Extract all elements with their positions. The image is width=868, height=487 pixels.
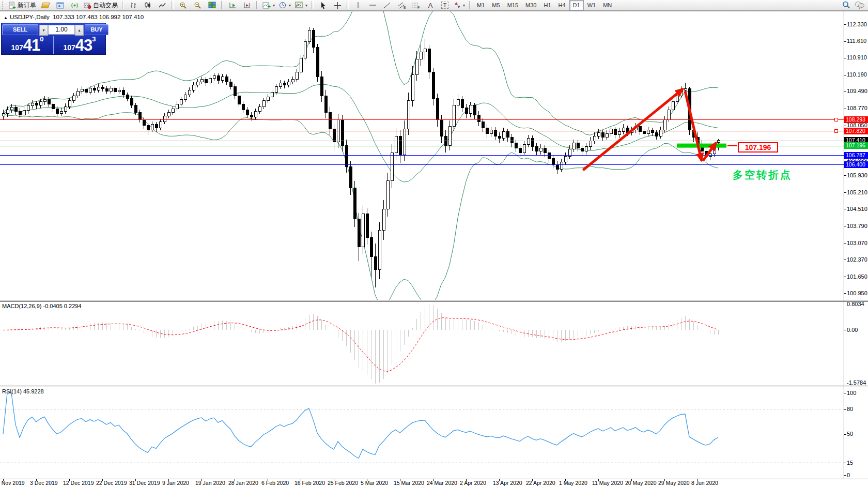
price-badge: 108.293 (844, 116, 868, 123)
macd-signal-line (3, 318, 718, 371)
date-label: 29 May 2020 (658, 480, 690, 486)
price-callout-box[interactable]: 107.196 (738, 142, 778, 153)
date-label: 20 May 2020 (625, 480, 657, 486)
price-tick: 100.950 (847, 290, 867, 297)
rsi-axis-label: 50 (847, 431, 853, 437)
rsi-pane (0, 393, 844, 463)
sell-price-point: 0 (40, 36, 43, 42)
buy-price-pips: 43 (75, 38, 92, 53)
volume-input[interactable] (48, 25, 75, 35)
symbol-title: USDJPY-,Daily (10, 14, 50, 20)
trade-panel-prices: 107 41 0 107 43 3 (2, 35, 105, 55)
rsi-line (3, 393, 718, 458)
rsi-axis-label: 15 (847, 460, 853, 466)
macd-axis-label: 0.00 (847, 327, 858, 333)
date-label: 13 Apr 2020 (493, 480, 522, 486)
price-tick: 104.510 (847, 206, 867, 212)
date-label: 9 Jan 2020 (162, 480, 189, 486)
sell-price[interactable]: 107 41 0 (2, 35, 53, 55)
buy-button[interactable]: BUY (85, 24, 109, 35)
macd-label: MACD(12,26,9) -0.0405 0.2294 (2, 303, 81, 309)
rsi-axis-label: 0 (847, 472, 850, 479)
price-badge: 107.820 (844, 128, 868, 134)
chart-title: ▲USDJPY-,Daily 107.333 107.483 106.992 1… (4, 14, 144, 20)
price-tick: 102.370 (847, 256, 867, 263)
date-label: 31 Dec 2019 (129, 480, 160, 486)
date-label: 8 Jun 2020 (691, 480, 718, 486)
price-tick: 110.910 (847, 54, 867, 61)
price-badge: 107.196 (844, 142, 868, 149)
date-label: 12 Dec 2019 (63, 480, 94, 486)
price-tick: 111.610 (847, 38, 866, 44)
date-label: 28 Jan 2020 (228, 480, 258, 486)
date-label: 2 Apr 2020 (460, 480, 486, 486)
price-tick: 101.650 (847, 273, 867, 280)
price-tick: 110.190 (847, 71, 867, 78)
date-label: 16 Feb 2020 (295, 480, 325, 486)
chart-collapse-icon[interactable]: ▲ (4, 16, 8, 20)
volume-decrease-button[interactable]: ▼ (39, 25, 48, 36)
date-label: 22 Apr 2020 (526, 480, 555, 486)
buy-price[interactable]: 107 43 3 (54, 35, 105, 55)
chart-canvas[interactable] (0, 0, 868, 487)
price-tick: 105.210 (847, 189, 867, 196)
candles (2, 27, 720, 287)
date-label: 24 Mar 2020 (427, 480, 457, 486)
date-label: 11 May 2020 (592, 480, 623, 486)
volume-increase-button[interactable]: ▲ (75, 25, 84, 36)
sell-price-figure: 107 (11, 42, 23, 53)
buy-price-point: 3 (92, 36, 96, 42)
price-tick: 103.070 (847, 240, 867, 247)
price-tick: 109.490 (847, 88, 867, 95)
date-label: 22 Dec 2019 (96, 480, 127, 486)
date-label: 3 Dec 2019 (30, 480, 58, 486)
macd-axis-label: 0.8034 (847, 301, 864, 308)
rsi-axis-label: 100 (847, 390, 856, 397)
mt4-terminal: + 新订单 自动交易 (0, 0, 868, 487)
price-tick: 105.930 (847, 172, 867, 179)
macd-axis-label: -1.5784 (847, 379, 866, 386)
rsi-axis-label: 80 (847, 406, 853, 413)
one-click-trading-panel: SELL ▼ ▲ BUY 107 41 0 107 43 3 (1, 23, 106, 55)
sell-button[interactable]: SELL (2, 24, 38, 35)
date-label: 1 May 2020 (559, 480, 587, 486)
bollinger-bands (3, 0, 718, 307)
date-label: 5 Mar 2020 (361, 480, 388, 486)
price-tick: 108.770 (847, 105, 867, 112)
ohlc-readout: 107.333 107.483 106.992 107.410 (53, 14, 144, 20)
date-label: 15 Mar 2020 (394, 480, 424, 486)
price-badge: 106.400 (844, 161, 868, 168)
buy-price-figure: 107 (63, 42, 75, 53)
date-label: 4 Nov 2019 (0, 480, 25, 486)
price-tick: 112.330 (847, 21, 867, 28)
turning-point-text: 多空转折点 (733, 168, 792, 182)
macd-histogram (4, 304, 719, 384)
date-label: 19 Jan 2020 (195, 480, 225, 486)
date-label: 25 Feb 2020 (328, 480, 358, 486)
trade-panel-top-row: SELL ▼ ▲ BUY (2, 23, 105, 35)
green-bar-drawing (677, 144, 726, 148)
price-badge: 106.787 (844, 152, 868, 159)
volume-stepper: ▼ ▲ (39, 25, 84, 35)
sell-price-pips: 41 (23, 38, 40, 53)
rsi-label: RSI(14) 45.9228 (2, 388, 44, 394)
date-label: 6 Feb 2020 (261, 480, 289, 486)
price-tick: 103.790 (847, 223, 867, 230)
